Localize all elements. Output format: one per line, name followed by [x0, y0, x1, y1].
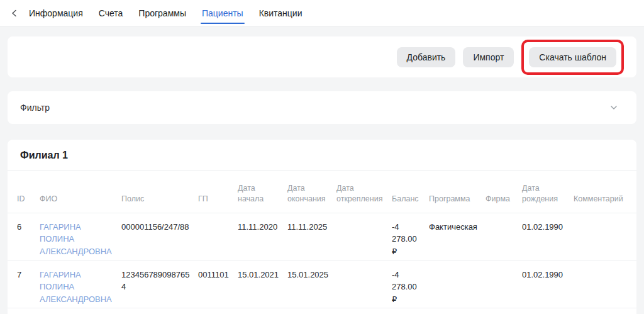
table-title: Филиал 1: [8, 140, 636, 171]
cell-fio: ГАГАРИНА ПОЛИНА АЛЕКСАНДРОВНА: [40, 213, 121, 261]
back-button[interactable]: [6, 5, 23, 21]
cell-date-end: 15.01.2025: [287, 261, 336, 308]
cell-birth-date: 01.02.1990: [522, 261, 574, 308]
cell-gp: [198, 213, 238, 261]
column-header-firm: Фирма: [486, 171, 522, 213]
cell-birth-date: 01.02.1990: [522, 213, 574, 261]
cell-fio: ГАГАРИНА ПОЛИНА АЛЕКСАНДРОВНА: [40, 261, 121, 308]
column-header-date-detach: Дата открепления: [336, 171, 392, 213]
patient-link[interactable]: ГАГАРИНА ПОЛИНА АЛЕКСАНДРОВНА: [40, 222, 112, 256]
cell-date-start: 11.11.2020: [238, 213, 287, 261]
cell-date-start: 15.01.2021: [238, 261, 287, 308]
cell-polis: 1234567890987654: [121, 261, 198, 308]
add-button[interactable]: Добавить: [397, 47, 456, 67]
column-header-date-end: Дата окончания: [287, 171, 336, 213]
column-header-id: ID: [8, 171, 40, 213]
cell-balance: -4 278.00 ₽: [392, 213, 429, 261]
toolbar-card: Добавить Импорт Скачать шаблон: [8, 36, 636, 77]
chevron-down-icon[interactable]: [610, 105, 618, 110]
table-row: 6 ГАГАРИНА ПОЛИНА АЛЕКСАНДРОВНА 00000115…: [8, 213, 636, 261]
highlight-annotation: Скачать шаблон: [521, 40, 624, 75]
import-button[interactable]: Импорт: [463, 47, 514, 67]
tab-scheta[interactable]: Счета: [99, 0, 123, 26]
tab-programmy[interactable]: Программы: [138, 0, 186, 26]
patients-table: ID ФИО Полис ГП Дата начала Дата окончан…: [8, 171, 636, 312]
column-header-gp: ГП: [198, 171, 238, 213]
cell-comment: [574, 261, 636, 308]
cell-date-detach: [336, 213, 392, 261]
tab-kvitantsii[interactable]: Квитанции: [259, 0, 303, 26]
tab-informatsiya[interactable]: Информация: [29, 0, 83, 26]
tab-patsienty[interactable]: Пациенты: [202, 0, 243, 26]
cell-gp: 0011101: [198, 261, 238, 308]
column-header-program: Программа: [429, 171, 486, 213]
cell-date-end: 11.11.2025: [287, 213, 336, 261]
cell-id: 7: [8, 261, 40, 308]
column-header-fio: ФИО: [40, 171, 121, 213]
cell-firm: [486, 261, 522, 308]
column-header-balance: Баланс: [392, 171, 429, 213]
cell-balance: -4 278.00 ₽: [392, 261, 429, 308]
table-header-row: ID ФИО Полис ГП Дата начала Дата окончан…: [8, 171, 636, 213]
cell-program: Фактическая: [429, 213, 486, 261]
column-header-birth-date: Дата рождения: [522, 171, 574, 213]
cell-polis: 000001156/247/88: [121, 213, 198, 261]
filter-panel[interactable]: Фильтр: [8, 91, 636, 124]
cell-program: [429, 261, 486, 308]
table-row: 7 ГАГАРИНА ПОЛИНА АЛЕКСАНДРОВНА 12345678…: [8, 261, 636, 308]
chevron-left-icon: [10, 9, 19, 18]
tab-bar: Информация Счета Программы Пациенты Квит…: [0, 0, 644, 26]
column-header-comment: Комментарий: [574, 171, 636, 213]
branch-table-card: Филиал 1 ID ФИО Полис ГП Дата начала Дат…: [8, 140, 636, 314]
patient-link[interactable]: ГАГАРИНА ПОЛИНА АЛЕКСАНДРОВНА: [40, 270, 112, 304]
cell-comment: [574, 213, 636, 261]
download-template-button[interactable]: Скачать шаблон: [529, 47, 616, 67]
cell-firm: [486, 213, 522, 261]
filter-label: Фильтр: [20, 103, 50, 113]
column-header-polis: Полис: [121, 171, 198, 213]
tabs: Информация Счета Программы Пациенты Квит…: [29, 0, 303, 26]
cell-date-detach: [336, 261, 392, 308]
table-row: [8, 308, 636, 312]
column-header-date-start: Дата начала: [238, 171, 287, 213]
cell-id: 6: [8, 213, 40, 261]
